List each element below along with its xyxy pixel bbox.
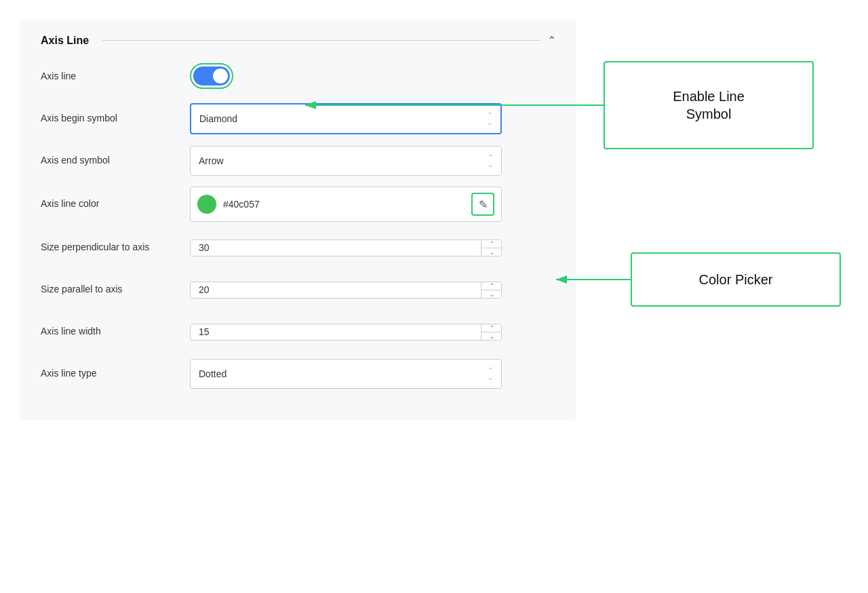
section-title: Axis Line: [41, 35, 89, 47]
axis-line-control: [190, 63, 556, 91]
axis-line-color-control: #40c057 ✎: [190, 187, 556, 222]
spinner-buttons-parallel: ⌃ ⌄: [481, 282, 501, 298]
axis-line-width-control: 15 ⌃ ⌄: [190, 324, 556, 341]
axis-line-width-label: Axis line width: [41, 325, 190, 339]
color-hex-value: #40c057: [223, 199, 465, 210]
axis-line-color-row: Axis line color #40c057 ✎: [41, 187, 556, 222]
spinner-down-parallel[interactable]: ⌄: [481, 290, 501, 298]
size-parallel-value: 20: [191, 282, 481, 298]
pencil-icon: ✎: [479, 198, 488, 211]
dropdown-arrows-end: ⌃ ⌄: [488, 153, 493, 168]
axis-line-width-spinner: 15 ⌃ ⌄: [190, 324, 502, 341]
axis-begin-symbol-row: Axis begin symbol Diamond ⌃ ⌄: [41, 102, 556, 135]
axis-line-width-row: Axis line width 15 ⌃ ⌄: [41, 315, 556, 348]
size-parallel-control: 20 ⌃ ⌄: [190, 282, 556, 299]
axis-end-symbol-label: Axis end symbol: [41, 154, 190, 168]
size-perpendicular-row: Size perpendicular to axis 30 ⌃ ⌄: [41, 231, 556, 264]
enable-line-symbol-text: Enable LineSymbol: [673, 88, 745, 123]
axis-line-panel: Axis Line ⌃ Axis line Axis begin symbol …: [20, 20, 576, 420]
color-swatch: [197, 195, 216, 214]
axis-end-symbol-dropdown[interactable]: Arrow ⌃ ⌄: [190, 146, 502, 176]
axis-line-toggle[interactable]: [193, 66, 230, 85]
dropdown-arrows: ⌃ ⌄: [487, 111, 492, 126]
collapse-button[interactable]: ⌃: [547, 34, 556, 47]
size-parallel-spinner: 20 ⌃ ⌄: [190, 282, 502, 299]
spinner-buttons-width: ⌃ ⌄: [481, 324, 501, 340]
axis-end-symbol-row: Axis end symbol Arrow ⌃ ⌄: [41, 145, 556, 177]
color-control: #40c057 ✎: [190, 187, 502, 222]
toggle-knob: [213, 69, 228, 83]
enable-line-symbol-annotation: Enable LineSymbol: [604, 61, 814, 149]
size-perpendicular-label: Size perpendicular to axis: [41, 241, 190, 254]
axis-line-type-value: Dotted: [199, 368, 226, 379]
spinner-down-width[interactable]: ⌄: [481, 332, 501, 340]
size-perpendicular-value: 30: [191, 240, 481, 256]
section-divider: [102, 40, 540, 41]
color-picker-annotation: Color Picker: [631, 252, 841, 307]
axis-begin-symbol-label: Axis begin symbol: [41, 112, 190, 126]
axis-end-symbol-value: Arrow: [199, 155, 224, 166]
color-picker-button[interactable]: ✎: [471, 193, 494, 216]
axis-begin-symbol-dropdown[interactable]: Diamond ⌃ ⌄: [190, 103, 502, 134]
size-parallel-label: Size parallel to axis: [41, 283, 190, 296]
dropdown-arrows-type: ⌃ ⌄: [488, 366, 493, 381]
spinner-up-width[interactable]: ⌃: [481, 324, 501, 332]
axis-line-row: Axis line: [41, 60, 556, 93]
axis-end-symbol-control: Arrow ⌃ ⌄: [190, 146, 556, 176]
color-picker-text: Color Picker: [699, 271, 773, 288]
spinner-buttons: ⌃ ⌄: [481, 240, 501, 256]
axis-line-color-label: Axis line color: [41, 197, 190, 211]
axis-begin-symbol-control: Diamond ⌃ ⌄: [190, 103, 556, 134]
axis-begin-symbol-value: Diamond: [199, 113, 237, 124]
size-perpendicular-spinner: 30 ⌃ ⌄: [190, 240, 502, 256]
size-perpendicular-control: 30 ⌃ ⌄: [190, 240, 556, 256]
spinner-up-parallel[interactable]: ⌃: [481, 282, 501, 290]
axis-line-type-dropdown[interactable]: Dotted ⌃ ⌄: [190, 359, 502, 389]
axis-line-label: Axis line: [41, 70, 190, 83]
axis-line-type-label: Axis line type: [41, 367, 190, 381]
axis-line-type-control: Dotted ⌃ ⌄: [190, 359, 556, 389]
spinner-down-button[interactable]: ⌄: [481, 248, 501, 256]
section-header: Axis Line ⌃: [41, 34, 556, 47]
axis-line-toggle-wrapper: [190, 63, 233, 89]
size-parallel-row: Size parallel to axis 20 ⌃ ⌄: [41, 273, 556, 306]
spinner-up-button[interactable]: ⌃: [481, 240, 501, 248]
axis-line-width-value: 15: [191, 324, 481, 340]
axis-line-type-row: Axis line type Dotted ⌃ ⌄: [41, 358, 556, 390]
